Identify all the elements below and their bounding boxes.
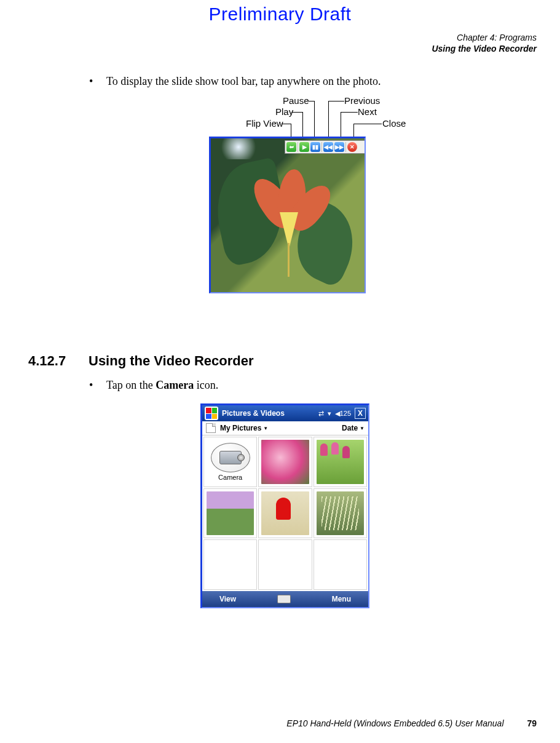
camera-cell[interactable]: Camera: [203, 437, 257, 487]
thumbnail[interactable]: [314, 437, 367, 487]
slideshow-photo[interactable]: ➥ ▶ ▮▮ ◀◀ ▶▶ ✕: [209, 137, 366, 293]
start-icon[interactable]: [205, 407, 218, 420]
flip-view-icon: ➥: [289, 145, 294, 150]
folder-icon: [206, 423, 216, 433]
page-number: 79: [527, 718, 537, 728]
pause-button[interactable]: ▮▮: [310, 142, 320, 152]
thumbnail[interactable]: [314, 488, 367, 539]
bullet-dot: •: [89, 74, 106, 89]
pause-icon: ▮▮: [312, 145, 318, 150]
play-button[interactable]: ▶: [299, 142, 309, 152]
camera-icon: [211, 443, 250, 472]
window-titlebar: Pictures & Videos ⇄ ▾ ◀125 X: [202, 405, 368, 421]
bullet-2-text-a: Tap on the: [106, 379, 156, 391]
section-title: Using the Video Recorder: [89, 353, 254, 368]
camera-label: Camera: [218, 474, 242, 481]
thumbnail[interactable]: [258, 488, 312, 539]
bullet-dot: •: [89, 378, 106, 392]
view-softkey[interactable]: View: [219, 595, 236, 603]
bullet-1: •To display the slide show tool bar, tap…: [89, 74, 560, 89]
folder-name: My Pictures: [220, 424, 261, 432]
sort-dropdown[interactable]: Date ▼: [342, 424, 365, 432]
folder-dropdown[interactable]: My Pictures ▼: [206, 423, 268, 433]
page-footer: EP10 Hand-Held (Windows Embedded 6.5) Us…: [286, 718, 537, 728]
preliminary-draft-heading: Preliminary Draft: [0, 4, 560, 25]
thumbnail[interactable]: [203, 488, 257, 539]
bullet-2-text-c: icon.: [194, 379, 218, 391]
chapter-line-1: Chapter 4: Programs: [432, 33, 537, 44]
next-icon: ▶▶: [335, 145, 344, 150]
chapter-line-2: Using the Video Recorder: [432, 44, 537, 55]
folder-bar: My Pictures ▼ Date ▼: [202, 421, 368, 435]
section-heading: 4.12.7Using the Video Recorder: [28, 353, 254, 369]
menu-softkey[interactable]: Menu: [332, 595, 351, 603]
window-bottom-bar: View Menu: [202, 591, 368, 607]
next-button[interactable]: ▶▶: [334, 142, 344, 152]
keyboard-icon[interactable]: [277, 595, 291, 603]
window-title: Pictures & Videos: [222, 409, 285, 418]
chapter-header: Chapter 4: Programs Using the Video Reco…: [432, 33, 537, 54]
toolbar-separator: [345, 142, 346, 152]
toolbar-separator: [321, 142, 322, 152]
callout-close: Close: [382, 118, 406, 129]
empty-cell: [258, 539, 312, 590]
chevron-down-icon: ▼: [263, 426, 268, 431]
callout-next: Next: [358, 106, 377, 117]
section-number: 4.12.7: [28, 353, 89, 369]
close-button[interactable]: ✕: [347, 142, 357, 152]
toolbar-separator: [298, 142, 298, 152]
thumbnail[interactable]: [258, 437, 312, 487]
volume-icon[interactable]: ◀125: [335, 410, 351, 418]
previous-button[interactable]: ◀◀: [323, 142, 333, 152]
thumbnail-grid: Camera: [202, 435, 368, 591]
sort-name: Date: [342, 424, 358, 432]
empty-cell: [314, 539, 367, 590]
signal-icon[interactable]: ▾: [328, 410, 331, 418]
slideshow-toolbar: ➥ ▶ ▮▮ ◀◀ ▶▶ ✕: [285, 140, 366, 154]
window-close-button[interactable]: X: [355, 408, 366, 419]
empty-cell: [203, 539, 257, 590]
play-icon: ▶: [302, 145, 307, 150]
connectivity-icon[interactable]: ⇄: [318, 410, 324, 418]
callout-previous: Previous: [344, 95, 380, 106]
bullet-1-text: To display the slide show tool bar, tap …: [106, 75, 381, 87]
chevron-down-icon: ▼: [360, 426, 365, 431]
bullet-2-text-b: Camera: [156, 379, 194, 391]
bullet-2: •Tap on the Camera icon.: [89, 378, 560, 392]
close-icon: ✕: [350, 145, 355, 150]
footer-text: EP10 Hand-Held (Windows Embedded 6.5) Us…: [286, 718, 503, 728]
pictures-videos-window: Pictures & Videos ⇄ ▾ ◀125 X My Pictures…: [200, 403, 369, 608]
slideshow-figure: ➥ ▶ ▮▮ ◀◀ ▶▶ ✕: [209, 137, 400, 327]
callout-play: Play: [275, 106, 293, 117]
flip-view-button[interactable]: ➥: [286, 142, 296, 152]
callout-flip-view: Flip View: [246, 118, 283, 129]
window-close-glyph: X: [358, 409, 363, 418]
previous-icon: ◀◀: [324, 145, 333, 150]
